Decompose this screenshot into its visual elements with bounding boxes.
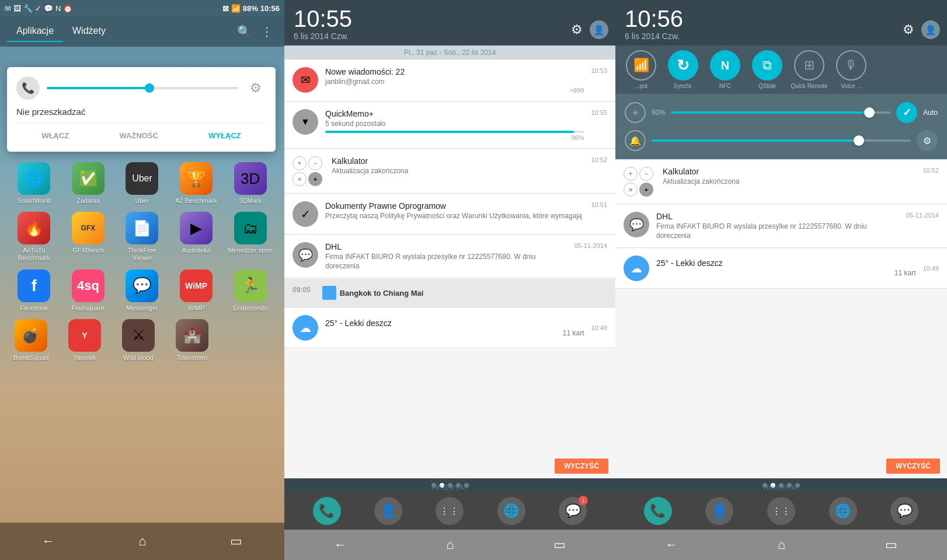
- qs-user-avatar[interactable]: 👤: [921, 20, 940, 39]
- weather-icon: ☁: [293, 315, 318, 341]
- app-gfx[interactable]: GFX GFXBench: [64, 212, 112, 262]
- notif-time-email: 10:53: [591, 67, 607, 74]
- back-button[interactable]: ←: [33, 529, 64, 554]
- app-icon-antutu: 🔥: [18, 212, 50, 244]
- app-icon-townsmen: 🏰: [176, 319, 208, 352]
- qs-tile-remote[interactable]: ⊞ Quick Remote: [791, 50, 828, 89]
- qs-dock-messages[interactable]: 💬: [890, 497, 918, 525]
- volume-slider[interactable]: [652, 139, 911, 142]
- app-label-yanosik: Yanosik: [74, 354, 96, 362]
- app-label-zadania: Zadania: [76, 197, 100, 205]
- app-yanosik[interactable]: Y Yanosik: [61, 319, 109, 362]
- app-label-gfx: GFXBench: [72, 247, 104, 254]
- dnd-widget: 📞 ⚙ Nie przeszkadzać WŁĄCZ WAŻNOŚĆ WYŁĄC…: [7, 67, 276, 152]
- qs-trueplay-label: TRUE|PLAY: [763, 485, 800, 491]
- app-facebook[interactable]: f Facebook: [10, 270, 58, 312]
- dock-messages[interactable]: 💬 1: [559, 497, 587, 525]
- app-messenger[interactable]: 💬 Messenger: [118, 270, 166, 312]
- volume-settings-btn[interactable]: ⚙: [917, 130, 938, 151]
- notif-archived[interactable]: 09:05 Bangkok to Chiang Mai: [284, 279, 615, 307]
- qs-tile-qslide[interactable]: ⧉ QSlide: [748, 50, 786, 89]
- notif-badge-email: >999: [325, 87, 584, 94]
- app-uber[interactable]: Uber Uber: [118, 162, 166, 205]
- qs-tile-hotspot[interactable]: 📶 ...pot: [622, 50, 660, 89]
- home-btn-p2[interactable]: ⌂: [437, 533, 463, 557]
- qs-dock-browser[interactable]: 🌐: [829, 497, 857, 525]
- dock-contacts[interactable]: 👤: [374, 497, 402, 525]
- app-label-audioteka: Audioteka: [182, 247, 211, 254]
- qs-settings-icon[interactable]: ⚙: [903, 22, 914, 37]
- action-x[interactable]: ✕: [293, 172, 307, 186]
- clear-button[interactable]: WYCZYŚĆ: [555, 459, 608, 474]
- back-btn-p3[interactable]: ←: [656, 533, 687, 557]
- dots-bar: TRUE|PLAY: [284, 478, 615, 492]
- recent-btn-p2[interactable]: ▭: [544, 533, 575, 557]
- tab-widgets[interactable]: Widżety: [63, 21, 115, 42]
- qs-dock-apps[interactable]: ⋮⋮: [767, 497, 795, 525]
- qs-body-dhl: Firma INFAKT BIURO R wyslala przesylke n…: [656, 222, 899, 240]
- auto-brightness-btn[interactable]: ✓: [896, 102, 917, 123]
- app-endomondo[interactable]: 🏃 Endomondo: [227, 270, 274, 312]
- app-drawer-tabs: Aplikacje Widżety 🔍 ⋮: [0, 16, 284, 47]
- user-avatar[interactable]: 👤: [590, 20, 608, 39]
- home-button[interactable]: ⌂: [129, 529, 155, 554]
- qs-body-calc: Aktualizacja zakończona: [663, 177, 915, 187]
- dnd-slider[interactable]: [47, 87, 238, 89]
- qs-action-minus[interactable]: −: [639, 167, 653, 181]
- app-row-3: f Facebook 4sq Foursquare 💬 Messenger Wi…: [7, 270, 277, 312]
- app-zadania[interactable]: ✅ Zadania: [64, 162, 112, 205]
- app-bombsquad[interactable]: 💣 BombSquad: [7, 319, 55, 362]
- action-minus[interactable]: −: [308, 156, 322, 170]
- dnd-disable-btn[interactable]: WYŁĄCZ: [201, 129, 248, 142]
- recent-btn-p3[interactable]: ▭: [876, 533, 907, 557]
- app-audioteka[interactable]: ▶ Audioteka: [172, 212, 220, 262]
- notif-content-email: Nowe wiadomości: 22 janblin@gmail.com >9…: [325, 67, 584, 94]
- qs-action-x[interactable]: ✕: [624, 183, 638, 197]
- home-btn-p3[interactable]: ⌂: [768, 533, 795, 557]
- app-thinkfree[interactable]: 📄 ThinkFree Viewer: [118, 212, 166, 262]
- notif-email[interactable]: ✉ Nowe wiadomości: 22 janblin@gmail.com …: [284, 60, 615, 102]
- app-foursquare[interactable]: 4sq Foursquare: [64, 270, 112, 312]
- qs-action-plus[interactable]: +: [624, 167, 638, 181]
- brightness-slider[interactable]: [671, 111, 890, 114]
- app-smartworld[interactable]: 🌐 SmartWorld: [10, 162, 58, 205]
- app-antutu[interactable]: 🔥 AnTuTu Benchmark: [10, 212, 58, 262]
- qs-tile-voice[interactable]: 🎙 Voice ...: [833, 50, 870, 89]
- app-wildblood[interactable]: ⚔ Wild blood: [114, 319, 162, 362]
- qs-notif-weather[interactable]: ☁ 25° - Lekki deszcz 11 kart 10:49: [615, 249, 947, 289]
- dock-browser[interactable]: 🌐: [497, 497, 525, 525]
- qs-dock-contacts[interactable]: 👤: [705, 497, 733, 525]
- more-options-button[interactable]: ⋮: [256, 22, 277, 41]
- app-wimp[interactable]: WiMP WiMP: [172, 270, 220, 312]
- notif-dokumenty[interactable]: ✓ Dokumenty Prawne Oprogramow Przeczytaj…: [284, 194, 615, 235]
- qs-notif-kalkulator[interactable]: + − ✕ + Kalkulator Aktualizacja zakończo…: [615, 160, 947, 204]
- back-btn-p2[interactable]: ←: [325, 533, 356, 557]
- search-button[interactable]: 🔍: [232, 22, 256, 41]
- dnd-settings-icon[interactable]: ⚙: [245, 78, 266, 99]
- action-plus[interactable]: +: [293, 156, 307, 170]
- qs-notif-dhl[interactable]: 💬 DHL Firma INFAKT BIURO R wyslala przes…: [615, 205, 947, 248]
- app-icon-endomondo: 🏃: [234, 270, 267, 302]
- qs-tile-sync[interactable]: ↻ Synchr.: [664, 50, 702, 89]
- notif-dhl[interactable]: 💬 DHL Firma INFAKT BIURO R wyslala przes…: [284, 235, 615, 278]
- qs-tiles: 📶 ...pot ↻ Synchr. N NFC ⧉ QSlide ⊞ Quic…: [615, 46, 947, 94]
- tab-apps[interactable]: Aplikacje: [7, 21, 63, 42]
- dnd-priority-btn[interactable]: WAŻNOŚĆ: [112, 129, 165, 142]
- app-3dmark[interactable]: 3D 3DMark: [227, 162, 274, 205]
- clear-bar: WYCZYŚĆ: [284, 454, 615, 478]
- dnd-enable-btn[interactable]: WŁĄCZ: [34, 129, 76, 142]
- recent-button[interactable]: ▭: [221, 529, 252, 554]
- app-townsmen[interactable]: 🏰 Townsmen: [168, 319, 216, 362]
- notif-weather[interactable]: ☁ 25° - Lekki deszcz 11 kart 10:49: [284, 308, 615, 348]
- qs-tile-nfc[interactable]: N NFC: [706, 50, 744, 89]
- dock-apps[interactable]: ⋮⋮: [436, 497, 464, 525]
- settings-icon[interactable]: ⚙: [571, 22, 583, 37]
- app-menedzer[interactable]: 🗂 Menedżer stron: [227, 212, 274, 262]
- notif-kalkulator[interactable]: + − ✕ + Kalkulator Aktualizacja zakończo…: [284, 149, 615, 194]
- dock-phone[interactable]: 📞: [313, 497, 341, 525]
- qs-clear-button[interactable]: WYCZYŚĆ: [886, 459, 940, 474]
- qs-dock-phone[interactable]: 📞: [644, 497, 672, 525]
- app-a2bench[interactable]: 🏆 A2 Benchmark: [172, 162, 220, 205]
- notif-avatar-email: ✉: [293, 67, 318, 93]
- notif-quickmemo[interactable]: ▼ QuickMemo+ 5 sekund pozostało 96% 10:5…: [284, 102, 615, 149]
